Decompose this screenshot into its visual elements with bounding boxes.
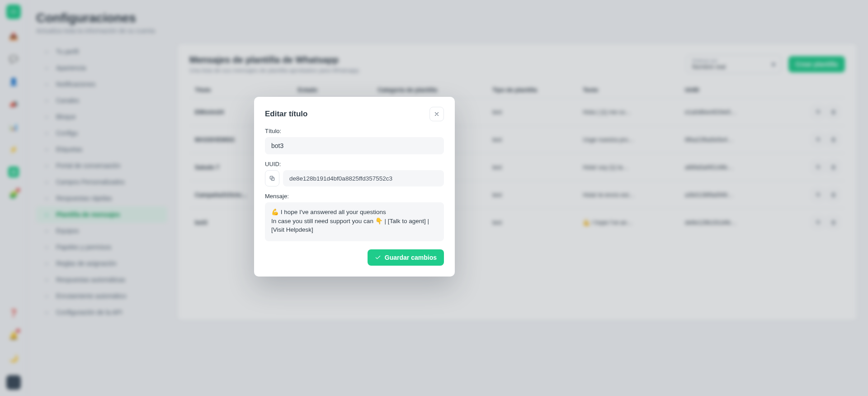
message-field-label: Mensaje: xyxy=(265,193,444,200)
title-field-label: Título: xyxy=(265,128,444,134)
uuid-field-label: UUID: xyxy=(265,161,444,167)
copy-uuid-button[interactable] xyxy=(265,170,279,186)
message-box: 💪 I hope I've answered all your question… xyxy=(265,202,444,241)
uuid-value: de8e128b191d4bf0a8825ffd357552c3 xyxy=(283,170,444,186)
close-button[interactable] xyxy=(429,107,444,121)
copy-icon xyxy=(269,175,275,181)
save-button-label: Guardar cambios xyxy=(385,254,437,261)
save-button[interactable]: Guardar cambios xyxy=(368,249,444,266)
check-icon xyxy=(375,254,381,261)
modal-title: Editar título xyxy=(265,110,307,119)
close-icon xyxy=(434,111,440,117)
edit-title-modal: Editar título Título: UUID: de8e128b191d… xyxy=(254,97,455,277)
title-input[interactable] xyxy=(265,137,444,154)
